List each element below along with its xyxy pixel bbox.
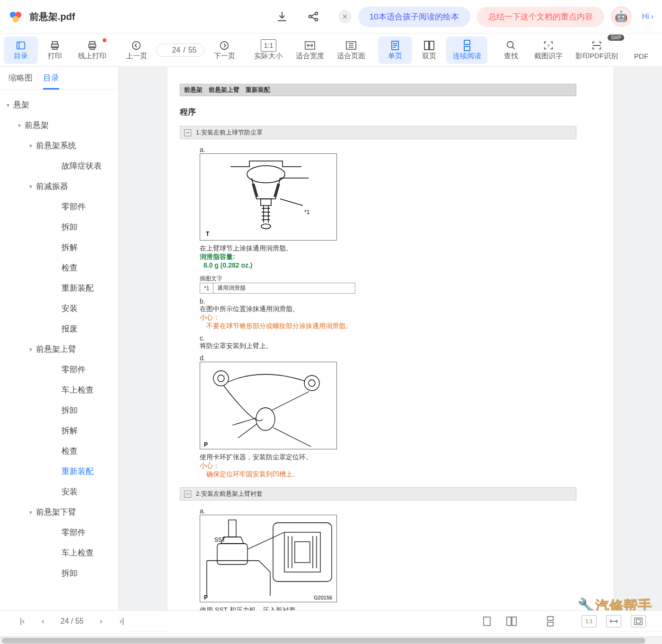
toc-item[interactable]: 检查 <box>0 258 118 278</box>
toc-item-label: 拆解 <box>62 425 78 436</box>
toc-item[interactable]: 检查 <box>0 441 118 461</box>
svg-point-31 <box>304 376 319 391</box>
double-page-button[interactable]: 双页 <box>412 36 446 64</box>
print-button[interactable]: 打印 <box>38 36 72 64</box>
first-page-icon[interactable]: |‹ <box>11 617 33 626</box>
prev-page-icon[interactable]: ‹ <box>33 617 53 626</box>
toc-item[interactable]: ▾前悬架下臂 <box>0 502 118 522</box>
zoom-11-icon[interactable]: 1:1 <box>582 615 597 627</box>
svg-rect-43 <box>484 617 490 626</box>
toc-item-label: 重新装配 <box>62 283 94 294</box>
zoom-fitw-icon[interactable] <box>606 615 621 627</box>
sidebar-tabs: 缩略图 目录 <box>0 67 118 90</box>
svg-point-13 <box>132 42 141 50</box>
next-page-icon[interactable]: › <box>91 617 111 626</box>
actual-size-button[interactable]: 1:1实际大小 <box>248 36 289 64</box>
toc-item[interactable]: 拆解 <box>0 420 118 441</box>
svg-point-24 <box>247 166 285 183</box>
toc-item[interactable]: 安装 <box>0 298 118 319</box>
toc-item-label: 车上检查 <box>62 547 94 558</box>
toc-item[interactable]: ▾前悬架 <box>0 115 118 135</box>
toc-item[interactable]: 拆卸 <box>0 400 118 420</box>
svg-text:G20156: G20156 <box>314 595 332 600</box>
file-name: 前悬架.pdf <box>29 10 75 23</box>
fit-page-button[interactable]: 适合页面 <box>330 36 371 64</box>
toc-item[interactable]: 车上检查 <box>0 543 118 563</box>
screenshot-ocr-button[interactable]: T截图识字 <box>528 36 569 64</box>
ai-suggestion-1[interactable]: 10本适合孩子阅读的绘本 <box>358 7 470 27</box>
share-icon[interactable] <box>307 10 319 23</box>
toc-item[interactable]: ▾前减振器 <box>0 176 118 197</box>
toc-item[interactable]: 零部件 <box>0 197 118 217</box>
step-1b: b. 在图中所示位置涂抹通用润滑脂。 小心： 不要在球节锥形部分或螺纹部分涂抹通… <box>188 297 601 331</box>
zoom-fitp-icon[interactable] <box>631 615 646 627</box>
toc-item[interactable]: ▾前悬架系统 <box>0 135 118 156</box>
download-icon[interactable] <box>276 10 288 23</box>
step-label: a. <box>200 507 205 515</box>
last-page-icon[interactable]: ›| <box>111 617 132 626</box>
collapse-icon[interactable]: − <box>184 491 191 498</box>
ai-suggestion-2[interactable]: 总结一下这个文档的重点内容 <box>477 7 604 27</box>
view-continuous-icon[interactable] <box>543 615 558 627</box>
tab-toc[interactable]: 目录 <box>43 72 59 89</box>
figure-1d: P <box>200 362 337 449</box>
pdf-page: 前悬架 前悬架上臂 重新装配 程序 −1.安装左前上球节防尘罩 a. <box>168 67 613 632</box>
continuous-read-button[interactable]: 连续阅读 <box>446 36 487 64</box>
toc-item-label: 报废 <box>62 323 78 334</box>
view-single-icon[interactable] <box>479 615 494 627</box>
horizontal-scrollbar[interactable] <box>0 636 662 644</box>
toc-item-label: 检查 <box>62 262 78 273</box>
toc-item-label: 故障症状表 <box>62 161 102 171</box>
sidebar: 缩略图 目录 ▾悬架▾前悬架▾前悬架系统故障症状表▾前减振器零部件拆卸拆解检查重… <box>0 67 119 632</box>
toc-item[interactable]: 零部件 <box>0 359 118 380</box>
ai-hi-label[interactable]: Hi › <box>642 12 653 21</box>
grease-capacity-label: 润滑脂容量: <box>200 253 601 261</box>
page-current-field[interactable] <box>164 46 180 54</box>
toc-item-label: 悬架 <box>13 99 29 110</box>
toc-item[interactable]: 拆解 <box>0 237 118 258</box>
find-button[interactable]: 查找 <box>494 36 528 64</box>
svg-rect-48 <box>635 618 642 625</box>
toc-item[interactable]: 安装 <box>0 482 118 502</box>
tab-thumbnails[interactable]: 缩略图 <box>9 72 33 89</box>
toc-item-label: 拆解 <box>62 242 78 253</box>
next-page-button[interactable]: 下一页 <box>207 36 241 64</box>
toc-item[interactable]: 零部件 <box>0 522 118 543</box>
toc-item[interactable]: ▾前悬架上臂 <box>0 339 118 359</box>
svg-rect-18 <box>424 41 429 50</box>
document-viewer[interactable]: 前悬架 前悬架上臂 重新装配 程序 −1.安装左前上球节防尘罩 a. <box>119 67 662 632</box>
svg-point-22 <box>507 42 513 48</box>
prev-page-button[interactable]: 上一页 <box>119 36 153 64</box>
svg-rect-38 <box>284 532 320 572</box>
scan-pdf-button[interactable]: SWP影印PDF识别 <box>569 36 624 64</box>
svg-rect-45 <box>512 617 516 626</box>
fit-width-button[interactable]: 适合宽度 <box>289 36 330 64</box>
tree-arrow-icon: ▾ <box>26 509 36 516</box>
online-print-button[interactable]: 线上打印 <box>72 36 113 64</box>
page-number-input[interactable]: / 55 <box>156 44 204 57</box>
scrollbar-thumb[interactable] <box>2 638 645 644</box>
single-page-button[interactable]: 单页 <box>378 36 412 64</box>
toc-item-label: 安装 <box>62 486 78 497</box>
collapse-icon[interactable]: − <box>184 129 191 136</box>
toc-item-label: 前悬架 <box>25 120 49 131</box>
toc-item[interactable]: 重新装配 <box>0 278 118 298</box>
toc-button[interactable]: 目录 <box>4 36 38 64</box>
pdf-button[interactable]: PDF <box>624 36 658 64</box>
view-double-icon[interactable] <box>504 615 519 627</box>
bottom-bar: |‹ ‹ 24 / 55 › ›| 1:1 <box>0 610 662 631</box>
toc-item[interactable]: 重新装配 <box>0 461 118 482</box>
toc-item[interactable]: 车上检查 <box>0 380 118 400</box>
svg-rect-35 <box>229 520 236 537</box>
svg-point-33 <box>256 408 275 430</box>
toc-item[interactable]: ▾悬架 <box>0 95 118 115</box>
toc-item[interactable]: 拆卸 <box>0 563 118 583</box>
toc-item[interactable]: 故障症状表 <box>0 156 118 176</box>
svg-text:P: P <box>204 594 208 601</box>
ai-close-button[interactable]: ✕ <box>338 10 352 23</box>
ai-avatar[interactable]: 🤖 <box>611 6 632 27</box>
toc-item[interactable]: 拆卸 <box>0 217 118 237</box>
swp-badge: SWP <box>608 35 624 41</box>
toc-item[interactable]: 报废 <box>0 319 118 339</box>
legend-table: *1通用润滑脂 <box>200 283 355 294</box>
